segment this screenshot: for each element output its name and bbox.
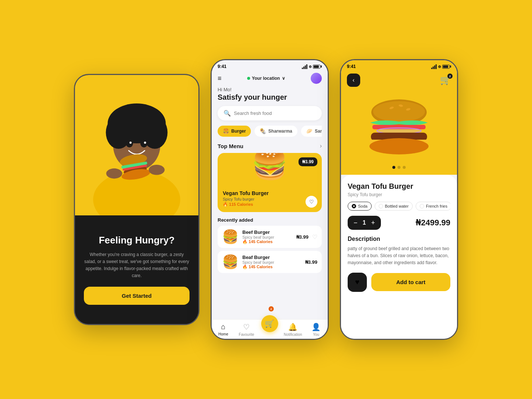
back-button[interactable]: ‹	[347, 74, 360, 87]
status-bar: 9:41 ⌾	[212, 60, 328, 71]
hero-image	[75, 75, 198, 215]
location-dot	[247, 77, 250, 80]
detail-topbar: ‹ 🛒 2	[341, 71, 457, 92]
home-icon: ⌂	[221, 323, 225, 331]
category-label-burger: Burger	[231, 129, 246, 134]
category-item-samosa[interactable]: 🥟 Samosa	[301, 126, 322, 137]
detail-wifi-icon: ⌾	[438, 64, 441, 69]
nav-profile[interactable]: 👤 You	[304, 323, 328, 337]
option-water[interactable]: Bottled water	[375, 202, 413, 211]
home-body: Hi Mo! Satisfy your hunger 🔍 🍔 Burger 🌯 …	[212, 87, 328, 319]
recent-item-1-info: Beaf Burger Spicy beaf burger 🔥 145 Calo…	[242, 255, 301, 269]
item-hero-image	[341, 92, 457, 166]
onboarding-title: Feeling Hungry?	[99, 235, 174, 246]
cart-badge: 2	[269, 306, 274, 311]
favourite-button[interactable]: ♥	[348, 273, 367, 292]
status-time: 9:41	[218, 64, 226, 69]
svg-point-22	[373, 101, 425, 122]
option-soda[interactable]: Soda	[348, 202, 372, 211]
user-avatar[interactable]	[311, 73, 322, 84]
detail-status-bar: 9:41 ⌾	[341, 60, 457, 71]
recent-item-0-cal: 🔥 145 Calories	[242, 239, 293, 244]
item-name: Vegan Tofu Burger	[348, 182, 450, 191]
bottom-navigation: ⌂ Home ♡ Favourite 🛒 2 Cart 🔔 Notificati…	[212, 319, 328, 339]
add-to-cart-button[interactable]: Add to cart	[371, 273, 450, 291]
chevron-down-icon: ∨	[282, 76, 285, 81]
location-label: Your location	[252, 76, 280, 81]
recent-item-0-image: 🍔	[222, 230, 239, 243]
description-title: Description	[348, 236, 450, 242]
dot-2	[398, 166, 400, 169]
search-bar[interactable]: 🔍	[218, 106, 322, 120]
samosa-category-icon: 🥟	[306, 128, 313, 134]
qty-price-row: − 1 + ₦2499.99	[348, 216, 450, 230]
quantity-decrease-button[interactable]: −	[354, 219, 358, 226]
nav-profile-label: You	[313, 332, 319, 337]
category-label-sharwarma: Sharwarma	[268, 129, 292, 134]
recent-item-1-name: Beaf Burger	[242, 255, 301, 260]
recent-item-0-name: Beef Burger	[242, 229, 293, 235]
phone-detail: 9:41 ⌾ ‹ 🛒 2	[340, 59, 458, 340]
burger-category-icon: 🍔	[223, 128, 229, 134]
category-label-samosa: Samosa	[315, 129, 322, 134]
recent-item-0[interactable]: 🍔 Beef Burger Spicy beaf burger 🔥 145 Ca…	[218, 226, 322, 248]
recent-item-1[interactable]: 🍔 Beaf Burger Spicy beaf burger 🔥 145 Ca…	[218, 251, 322, 273]
phone-home: 9:41 ⌾ ≡ Your location ∨ Hi Mo! Sati	[211, 59, 329, 340]
detail-battery-icon	[442, 65, 451, 69]
nav-cart[interactable]: 🛒 2 Cart	[258, 323, 282, 337]
status-icons: ⌾	[302, 64, 322, 69]
top-menu-title: Top Menu	[218, 143, 243, 149]
onboarding-content: Feeling Hungry? Whether you're craving a…	[75, 215, 198, 324]
phone-onboarding: Feeling Hungry? Whether you're craving a…	[74, 74, 200, 325]
featured-card-calories: 🔥 115 Calories	[223, 202, 317, 207]
svg-point-10	[140, 139, 148, 147]
signal-icon	[302, 64, 307, 69]
get-started-button[interactable]: Get Started	[84, 287, 190, 305]
nav-favourite[interactable]: ♡ Favourite	[235, 323, 258, 337]
location-pill[interactable]: Your location ∨	[247, 76, 285, 81]
recent-item-1-cal: 🔥 145 Calories	[242, 265, 301, 269]
detail-cart-badge: 2	[447, 74, 453, 79]
recently-added-label: Recently added	[218, 217, 322, 223]
cart-fab-button[interactable]: 🛒 2	[261, 315, 278, 332]
featured-card-sub: Spicy Tofu burger	[223, 197, 317, 201]
detail-signal-icon	[431, 64, 437, 69]
category-item-burger[interactable]: 🍔 Burger	[218, 126, 251, 137]
top-menu-chevron[interactable]: ›	[320, 143, 322, 149]
menu-icon[interactable]: ≡	[218, 75, 222, 82]
options-row: Soda Bottled water French fries	[348, 202, 450, 211]
category-item-sharwarma[interactable]: 🌯 Sharwarma	[255, 126, 297, 137]
nav-home-label: Home	[218, 332, 228, 336]
action-row: ♥ Add to cart	[348, 273, 450, 292]
dot-1	[392, 166, 395, 169]
featured-card-name: Vegan Tofu Burger	[223, 190, 317, 196]
cart-button[interactable]: 🛒 2	[440, 75, 451, 85]
search-input[interactable]	[234, 110, 316, 116]
nav-favourite-label: Favourite	[239, 332, 254, 337]
radio-water	[379, 204, 383, 208]
svg-point-20	[149, 165, 164, 175]
recent-item-0-info: Beef Burger Spicy beaf burger 🔥 145 Calo…	[242, 229, 293, 244]
option-fries[interactable]: French fries	[416, 202, 450, 211]
featured-heart-button[interactable]: ♡	[306, 196, 317, 208]
detail-status-time: 9:41	[347, 64, 356, 69]
quantity-increase-button[interactable]: +	[371, 219, 375, 226]
search-icon: 🔍	[224, 110, 231, 117]
option-water-label: Bottled water	[385, 204, 409, 208]
recent-item-1-sub: Spicy beaf burger	[242, 260, 301, 265]
battery-icon	[313, 65, 322, 69]
item-price: ₦2499.99	[416, 218, 450, 228]
wifi-icon: ⌾	[309, 64, 311, 69]
recent-item-0-heart[interactable]: ♡	[312, 233, 317, 241]
featured-card[interactable]: 🍔 ₦3.99 Vegan Tofu Burger Spicy Tofu bur…	[218, 153, 322, 212]
svg-point-12	[144, 141, 146, 144]
svg-point-9	[126, 139, 133, 147]
detail-card: Vegan Tofu Burger Spicy Tofu burger Soda…	[341, 175, 457, 339]
greeting-text: Hi Mo!	[218, 87, 322, 92]
favourite-icon: ♡	[243, 323, 250, 331]
item-subtitle: Spicy Tofu burger	[348, 192, 450, 197]
recent-item-1-image: 🍔	[222, 255, 239, 269]
nav-notification[interactable]: 🔔 Notification	[281, 323, 304, 337]
nav-home[interactable]: ⌂ Home	[212, 323, 235, 337]
category-list: 🍔 Burger 🌯 Sharwarma 🥟 Samosa	[218, 126, 322, 137]
